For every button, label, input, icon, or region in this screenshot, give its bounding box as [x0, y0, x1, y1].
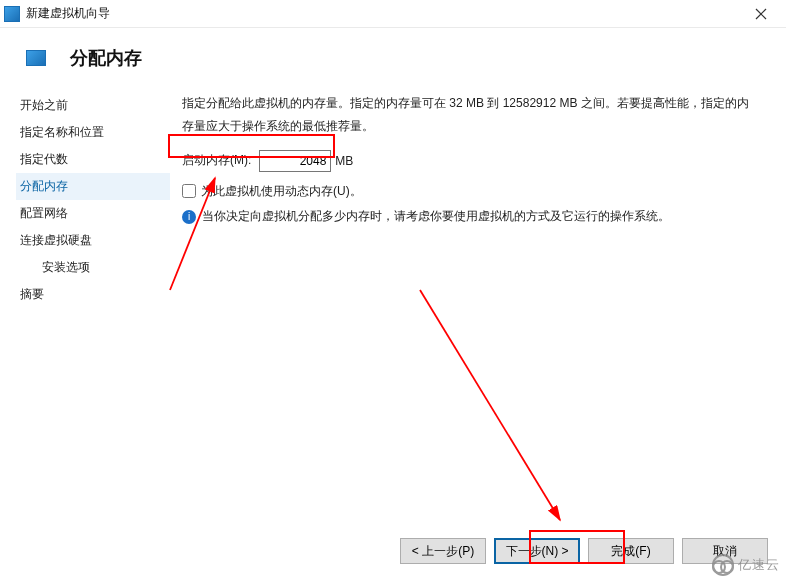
window-title: 新建虚拟机向导 — [26, 5, 740, 22]
info-text: 当你决定向虚拟机分配多少内存时，请考虑你要使用虚拟机的方式及它运行的操作系统。 — [202, 208, 670, 225]
page-icon — [26, 50, 46, 66]
prev-button[interactable]: < 上一步(P) — [400, 538, 486, 564]
description-text: 指定分配给此虚拟机的内存量。指定的内存量可在 32 MB 到 12582912 … — [182, 92, 760, 138]
sidebar-item-assign-memory[interactable]: 分配内存 — [16, 173, 170, 200]
dynamic-memory-label[interactable]: 为此虚拟机使用动态内存(U)。 — [201, 183, 362, 200]
page-header: 分配内存 — [0, 28, 786, 84]
sidebar-item-name-location[interactable]: 指定名称和位置 — [16, 119, 170, 146]
page-title: 分配内存 — [70, 46, 142, 70]
info-row: i 当你决定向虚拟机分配多少内存时，请考虑你要使用虚拟机的方式及它运行的操作系统… — [182, 208, 760, 225]
info-icon: i — [182, 210, 196, 224]
sidebar-item-before-begin[interactable]: 开始之前 — [16, 92, 170, 119]
wizard-buttons: < 上一步(P) 下一步(N) > 完成(F) 取消 — [400, 538, 768, 564]
dynamic-memory-checkbox[interactable] — [182, 184, 196, 198]
startup-memory-label: 启动内存(M): — [182, 152, 251, 169]
next-button[interactable]: 下一步(N) > — [494, 538, 580, 564]
titlebar: 新建虚拟机向导 — [0, 0, 786, 28]
sidebar-item-configure-network[interactable]: 配置网络 — [16, 200, 170, 227]
wizard-steps-sidebar: 开始之前 指定名称和位置 指定代数 分配内存 配置网络 连接虚拟硬盘 安装选项 … — [0, 84, 170, 514]
main-panel: 指定分配给此虚拟机的内存量。指定的内存量可在 32 MB 到 12582912 … — [170, 84, 786, 514]
cancel-button[interactable]: 取消 — [682, 538, 768, 564]
sidebar-item-install-options[interactable]: 安装选项 — [16, 254, 170, 281]
close-icon — [755, 8, 767, 20]
finish-button[interactable]: 完成(F) — [588, 538, 674, 564]
startup-memory-unit: MB — [335, 154, 353, 168]
sidebar-item-generation[interactable]: 指定代数 — [16, 146, 170, 173]
dynamic-memory-row: 为此虚拟机使用动态内存(U)。 — [182, 183, 760, 200]
sidebar-item-summary[interactable]: 摘要 — [16, 281, 170, 308]
close-button[interactable] — [740, 0, 782, 28]
app-icon — [4, 6, 20, 22]
startup-memory-row: 启动内存(M): MB — [182, 148, 760, 174]
startup-memory-input[interactable] — [259, 150, 331, 172]
sidebar-item-connect-vhd[interactable]: 连接虚拟硬盘 — [16, 227, 170, 254]
